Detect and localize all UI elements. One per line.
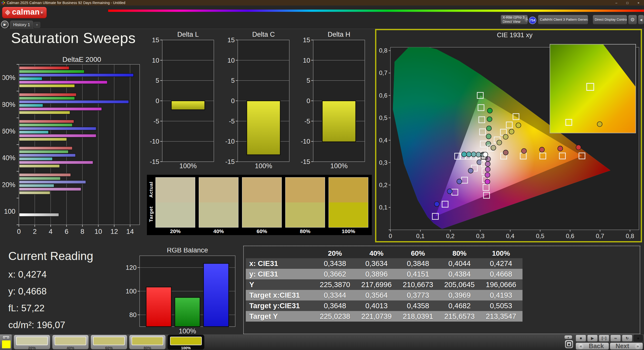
reading-cdm2: cd/m²: 196,07: [8, 320, 93, 330]
svg-text:Delta H: Delta H: [328, 32, 350, 38]
meter-dropdown[interactable]: X-Rite i1Pro 3Direct View ▼: [501, 15, 528, 24]
back-button[interactable]: « Back: [576, 342, 609, 350]
actual-swatch: [199, 178, 238, 202]
table-row-label: x: CIE31: [246, 259, 314, 268]
meter-status-badge[interactable]: 714: [529, 17, 536, 24]
svg-text:10: 10: [95, 228, 102, 235]
pattern-window-icon[interactable]: [··]: [599, 335, 609, 342]
table-cell: 0,4193: [480, 291, 522, 299]
table-cell: 225,0238: [314, 312, 356, 321]
table-cell: 0,4358: [397, 302, 439, 310]
workspace: Saturation Sweeps DeltaE 200002468101214…: [0, 29, 644, 334]
next-button[interactable]: Next »: [610, 342, 643, 350]
actual-swatch: [329, 178, 368, 202]
svg-text:12: 12: [110, 228, 118, 235]
table-cell: 225,3870: [314, 281, 356, 289]
svg-text:6: 6: [65, 228, 68, 235]
svg-text:120: 120: [126, 264, 137, 271]
svg-text:100%: 100%: [3, 74, 15, 81]
table-cell: 0,4274: [480, 259, 522, 268]
table-cell: 0,3438: [314, 259, 356, 268]
generator-label: CalMAN Client 3 Pattern Generator: [540, 18, 588, 22]
svg-text:-10: -10: [301, 138, 310, 145]
table-cell: 196,0666: [480, 281, 522, 289]
pattern-swatch-80%[interactable]: 80%: [129, 335, 166, 349]
svg-text:10: 10: [152, 57, 159, 64]
svg-text:0,6: 0,6: [566, 233, 574, 239]
collapse-panel-icon[interactable]: ◀: [638, 15, 644, 24]
calman-menu-button[interactable]: calman ▼: [2, 7, 47, 18]
table-cell: 0,4013: [356, 302, 397, 310]
table-cell: 0,4668: [480, 270, 522, 278]
table-cell: 0,3896: [356, 270, 397, 278]
minimize-icon[interactable]: –: [611, 0, 622, 6]
pattern-swatch-color: [55, 337, 86, 345]
table-row: Target Y225,0238221,0739218,0391215,6573…: [246, 311, 522, 322]
play-icon[interactable]: ▶: [587, 335, 598, 342]
cie-1931-panel[interactable]: CIE 1931 xy00,10,10,20,20,30,30,40,40,50…: [375, 29, 642, 242]
measurement-table-zone: 20%40%60%80%100%x: CIE310,34380,36340,38…: [243, 246, 640, 334]
swatch-column-label: 40%: [199, 228, 238, 235]
table-row-label: Target x:CIE31: [246, 291, 314, 299]
svg-text:10: 10: [227, 57, 235, 64]
swatch-column-20%: 20%: [155, 177, 195, 235]
pattern-swatch-list: 20%40%60%80%100%: [14, 335, 204, 349]
actual-swatch: [156, 178, 195, 202]
table-row-label: Target Y: [246, 312, 314, 321]
svg-text:0: 0: [156, 97, 159, 105]
calman-logo-text: calman: [12, 8, 40, 17]
svg-text:0,5: 0,5: [379, 114, 387, 121]
loop-infinite-icon[interactable]: ∞: [610, 335, 621, 342]
pattern-swatch-60%[interactable]: 60%: [91, 335, 127, 349]
pattern-bar: ▲ 20%40%60%80%100% ▲ ■ ■▶[··]∞↻● « Back …: [0, 334, 644, 350]
display-control-dropdown[interactable]: Direct Display Control ▼: [593, 15, 627, 24]
svg-text:-10: -10: [225, 138, 235, 145]
collapse-up-icon[interactable]: ▲: [2, 335, 10, 339]
tab-history-1[interactable]: History 1: [10, 21, 33, 29]
reading-y: y: 0,4668: [8, 286, 93, 297]
svg-text:0,3: 0,3: [476, 233, 484, 239]
refresh-icon[interactable]: ↻: [622, 335, 632, 342]
pattern-source-panel: ▲: [0, 334, 12, 350]
stop-icon[interactable]: ■: [576, 335, 586, 342]
tab-expander-button[interactable]: ▶: [1, 21, 9, 28]
svg-text:100: 100: [4, 208, 15, 215]
pattern-swatch-100%[interactable]: 100%: [168, 335, 204, 349]
table-column-header: 80%: [439, 249, 480, 257]
svg-text:100%: 100%: [179, 162, 197, 170]
svg-text:0,1: 0,1: [379, 204, 387, 211]
gear-icon[interactable]: ⚙: [628, 15, 637, 24]
svg-text:0: 0: [231, 97, 235, 105]
titlebar: Calman 2025 Calman Ultimate for Business…: [0, 0, 644, 6]
collapse-up-icon[interactable]: ▲: [564, 335, 572, 339]
maximize-icon[interactable]: □: [622, 0, 633, 6]
svg-text:14: 14: [126, 228, 134, 235]
pattern-swatch-label: 40%: [55, 345, 86, 349]
svg-text:0,6: 0,6: [379, 92, 387, 99]
svg-text:0: 0: [389, 233, 392, 239]
stop-pattern-button[interactable]: ■: [565, 340, 573, 348]
pattern-swatch-20%[interactable]: 20%: [14, 335, 50, 349]
table-row: x: CIE310,34380,36340,38480,40440,4274: [246, 258, 522, 269]
table-cell: 0,4384: [439, 270, 480, 278]
svg-text:-15: -15: [225, 158, 235, 165]
pattern-generator-dropdown[interactable]: CalMAN Client 3 Pattern Generator ▼: [538, 15, 588, 24]
svg-text:-10: -10: [150, 138, 159, 145]
svg-text:8: 8: [80, 228, 84, 235]
current-pattern-swatch: [2, 340, 11, 348]
svg-text:-5: -5: [153, 117, 159, 125]
chevron-down-icon: ▼: [525, 17, 528, 22]
close-icon[interactable]: ×: [633, 0, 644, 6]
add-tab-button[interactable]: +: [34, 22, 40, 28]
svg-text:Delta L: Delta L: [177, 32, 199, 38]
swatch-column-label: 100%: [329, 228, 368, 235]
reading-x: x: 0,4274: [8, 269, 93, 280]
reading-fl: fL: 57,22: [8, 303, 93, 314]
pattern-swatch-label: 20%: [16, 345, 48, 349]
pattern-swatch-40%[interactable]: 40%: [52, 335, 89, 349]
target-swatch: [156, 202, 195, 227]
table-row-label: Target y:CIE31: [246, 302, 314, 310]
swatch-column-80%: 80%: [285, 177, 325, 235]
pattern-swatch-color: [170, 337, 202, 345]
table-row-label: y: CIE31: [246, 270, 314, 278]
